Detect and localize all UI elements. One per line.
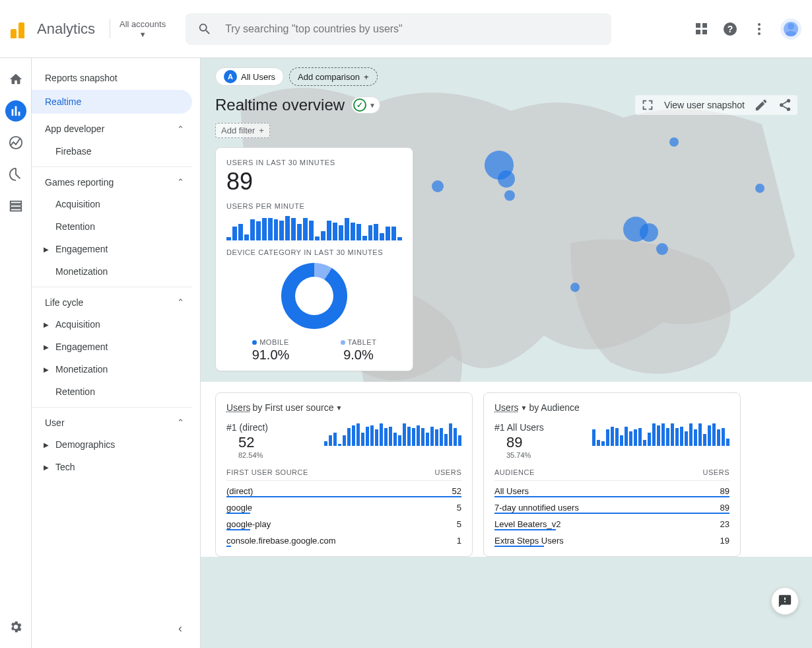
plus-icon: + <box>364 72 369 82</box>
chevron-down-icon: ▼ <box>336 404 343 412</box>
product-name: Analytics <box>37 20 95 38</box>
collapse-sidebar-button[interactable]: ‹ <box>171 619 189 637</box>
chevron-up-icon: ⌃ <box>177 417 184 427</box>
apps-icon[interactable] <box>693 21 709 37</box>
table-row[interactable]: All Users89 <box>494 481 729 497</box>
chevron-down-icon: ▼ <box>369 102 376 109</box>
page-topbar: A All Users Add comparison + Realtime ov… <box>201 58 812 138</box>
chevron-up-icon: ⌃ <box>177 124 184 134</box>
nav-item-acquisition[interactable]: Acquisition <box>32 193 192 215</box>
caret-right-icon: ▶ <box>44 441 51 449</box>
nav-item-monetization[interactable]: ▶Monetization <box>32 358 192 380</box>
nav-item-engagement[interactable]: ▶Engagement <box>32 238 192 260</box>
caret-right-icon: ▶ <box>44 366 51 373</box>
add-comparison-button[interactable]: Add comparison + <box>289 67 378 86</box>
plus-icon: + <box>259 126 264 135</box>
rail-configure[interactable] <box>5 196 26 217</box>
rail-home[interactable] <box>5 69 26 90</box>
source-trend-chart <box>324 422 461 446</box>
main-content: A All Users Add comparison + Realtime ov… <box>201 58 812 648</box>
rail-admin[interactable] <box>5 616 26 637</box>
chevron-up-icon: ⌃ <box>177 177 184 187</box>
table-row[interactable]: Extra Steps Users19 <box>494 530 729 547</box>
nav-reports-snapshot[interactable]: Reports snapshot <box>32 66 192 90</box>
add-filter-button[interactable]: Add filter + <box>215 123 270 138</box>
rail-advertising[interactable] <box>5 164 26 185</box>
fullscreen-icon[interactable] <box>640 98 655 112</box>
svg-rect-8 <box>10 209 21 211</box>
table-row[interactable]: console.firebase.google.com1 <box>226 530 461 547</box>
nav-item-demographics[interactable]: ▶Demographics <box>32 433 192 456</box>
card-title[interactable]: Users ▼ by Audience <box>494 402 729 413</box>
realtime-overview-card: USERS IN LAST 30 MINUTES 89 USERS PER MI… <box>215 147 413 371</box>
device-donut-chart <box>226 263 402 329</box>
segment-label: All Users <box>241 72 275 82</box>
mobile-percent: 91.0% <box>252 347 290 363</box>
app-header: Analytics All accounts ▼ ? <box>0 0 812 58</box>
users-30min-value: 89 <box>226 168 402 196</box>
svg-point-5 <box>9 137 21 149</box>
tablet-percent: 9.0% <box>341 347 377 363</box>
card-audience: Users ▼ by Audience #1 All Users 89 35.7… <box>483 392 741 557</box>
chevron-down-icon: ▼ <box>139 30 147 38</box>
rank-value: 52 <box>238 434 268 451</box>
nav-item-engagement[interactable]: ▶Engagement <box>32 336 192 358</box>
avatar[interactable] <box>780 18 801 40</box>
search-input[interactable] <box>225 23 599 35</box>
svg-point-2 <box>758 23 761 26</box>
nav-section-games-reporting[interactable]: Games reporting⌃ <box>32 166 192 193</box>
help-icon[interactable]: ? <box>722 21 738 37</box>
rank-value: 89 <box>506 434 544 451</box>
svg-rect-6 <box>10 201 21 204</box>
table-row[interactable]: 7-day unnotified users89 <box>494 497 729 514</box>
nav-item-tech[interactable]: ▶Tech <box>32 456 192 478</box>
caret-right-icon: ▶ <box>44 343 51 351</box>
svg-rect-7 <box>10 205 21 207</box>
sidebar: Reports snapshot Realtime App developer⌃… <box>32 58 201 648</box>
users-30min-label: USERS IN LAST 30 MINUTES <box>226 159 402 166</box>
share-icon[interactable] <box>778 98 792 112</box>
status-chip[interactable]: ✓ ▼ <box>351 96 380 114</box>
chevron-up-icon: ⌃ <box>177 297 184 307</box>
nav-realtime[interactable]: Realtime <box>32 90 192 114</box>
rail-reports[interactable] <box>5 100 26 122</box>
table-row[interactable]: google5 <box>226 497 461 514</box>
nav-item-acquisition[interactable]: ▶Acquisition <box>32 313 192 336</box>
check-icon: ✓ <box>353 98 366 112</box>
table-row[interactable]: google-play5 <box>226 514 461 530</box>
caret-right-icon: ▶ <box>44 321 51 328</box>
search-icon <box>197 22 212 36</box>
nav-section-life-cycle[interactable]: Life cycle⌃ <box>32 287 192 313</box>
nav-item-retention[interactable]: Retention <box>32 380 192 403</box>
nav-item-retention[interactable]: Retention <box>32 215 192 238</box>
caret-right-icon: ▶ <box>44 464 51 471</box>
nav-section-app-developer[interactable]: App developer⌃ <box>32 114 192 140</box>
device-category-label: DEVICE CATEGORY IN LAST 30 MINUTES <box>226 248 402 256</box>
table-row[interactable]: Level Beaters_v223 <box>494 514 729 530</box>
chevron-down-icon: ▼ <box>521 404 527 412</box>
nav-item-monetization[interactable]: Monetization <box>32 260 192 283</box>
analytics-logo-icon <box>11 20 29 38</box>
page-title: Realtime overview <box>215 96 345 114</box>
feedback-button[interactable] <box>771 587 799 615</box>
table-row[interactable]: (direct)52 <box>226 481 461 497</box>
account-selector[interactable]: All accounts ▼ <box>110 19 175 38</box>
header-actions: ? <box>693 18 801 40</box>
search-bar[interactable] <box>186 13 611 45</box>
card-first-user-source: Users by First user source ▼ #1 (direct)… <box>215 392 473 557</box>
more-icon[interactable] <box>751 21 767 37</box>
svg-point-4 <box>758 32 761 35</box>
audience-trend-chart <box>592 422 729 446</box>
nav-section-user[interactable]: User⌃ <box>32 407 192 433</box>
nav-item-firebase[interactable]: Firebase <box>32 140 192 162</box>
card-title[interactable]: Users by First user source ▼ <box>226 402 461 413</box>
icon-rail <box>0 58 32 648</box>
users-per-minute-chart <box>226 214 402 240</box>
logo[interactable]: Analytics <box>11 20 110 38</box>
users-per-minute-label: USERS PER MINUTE <box>226 202 402 210</box>
view-user-snapshot-link[interactable]: View user snapshot <box>664 100 745 110</box>
lower-cards-row: Users by First user source ▼ #1 (direct)… <box>201 382 812 557</box>
customize-icon[interactable] <box>754 98 768 112</box>
segment-all-users[interactable]: A All Users <box>215 67 284 86</box>
rail-explore[interactable] <box>5 132 26 153</box>
